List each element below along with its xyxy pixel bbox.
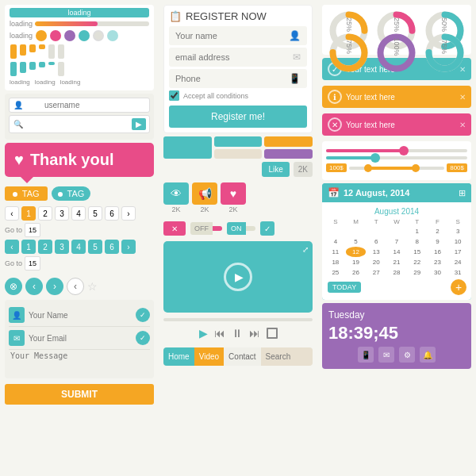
slider-2-thumb[interactable] [370, 153, 380, 163]
expand-icon[interactable]: ⤢ [302, 245, 309, 254]
page-btn-6[interactable]: 6 [105, 206, 119, 221]
rewind-btn[interactable]: ⏮ [214, 327, 225, 340]
cal-d13[interactable]: 13 [366, 247, 386, 257]
nav-contact-item[interactable]: Contact [224, 347, 260, 366]
play-button[interactable] [224, 263, 252, 291]
cal-d10[interactable]: 10 [447, 236, 468, 247]
cal-d9[interactable]: 9 [428, 236, 448, 247]
next-page-btn-2[interactable]: › [121, 240, 136, 254]
goto-input-2[interactable] [25, 256, 40, 271]
register-email-input[interactable] [175, 52, 293, 62]
accept-checkbox[interactable] [169, 90, 179, 101]
cal-d24[interactable]: 24 [447, 257, 468, 267]
username-input[interactable] [44, 101, 145, 109]
cal-d19[interactable]: 19 [346, 257, 367, 267]
page-btn-4[interactable]: 4 [71, 206, 86, 221]
toggle-x-btn[interactable]: ✕ [163, 221, 186, 236]
page-btn-t4[interactable]: 4 [71, 240, 86, 254]
page-btn-t6[interactable]: 6 [105, 240, 119, 254]
prev-page-btn[interactable]: ‹ [5, 206, 19, 221]
password-input[interactable] [27, 120, 128, 129]
page-btn-5[interactable]: 5 [88, 206, 102, 221]
nav-prev-btn[interactable]: ‹ [25, 278, 43, 295]
cal-d1[interactable]: 1 [407, 226, 428, 236]
calendar-grid-icon[interactable]: ⊞ [459, 188, 466, 198]
cal-d17[interactable]: 17 [447, 247, 468, 257]
page-btn-t2[interactable]: 2 [38, 240, 52, 254]
range-thumb-left[interactable] [364, 164, 372, 172]
clock-icon-3[interactable]: ⚙ [399, 347, 415, 363]
cal-d30[interactable]: 30 [428, 267, 448, 278]
cal-d16[interactable]: 16 [428, 247, 448, 257]
btn-purple-1[interactable] [264, 149, 313, 159]
slider-1-thumb[interactable] [399, 146, 409, 155]
cal-d8[interactable]: 8 [407, 236, 428, 247]
heart-icon-btn[interactable]: ♥ [221, 182, 246, 205]
toggle-check-btn[interactable]: ✓ [260, 221, 274, 236]
slider-1-track[interactable] [326, 149, 467, 152]
cal-d7[interactable]: 7 [386, 236, 407, 247]
cal-d18[interactable]: 18 [325, 257, 346, 267]
btn-teal-1[interactable] [214, 136, 263, 147]
forward-btn[interactable]: ⏭ [249, 327, 260, 340]
page-btn-t3[interactable]: 3 [55, 240, 69, 254]
cal-d28[interactable]: 28 [386, 267, 407, 278]
notif-2-close[interactable]: ✕ [459, 93, 466, 102]
register-name-input[interactable] [175, 31, 289, 40]
cal-d15[interactable]: 15 [407, 247, 428, 257]
toggle-on-btn[interactable]: ON [227, 222, 255, 235]
tag-orange[interactable]: TAG [5, 186, 48, 201]
nav-search-input[interactable] [266, 352, 313, 361]
cal-d23[interactable]: 23 [428, 257, 448, 267]
cal-d5[interactable]: 5 [346, 236, 367, 247]
range-track[interactable] [349, 167, 444, 170]
clock-icon-1[interactable]: 📱 [358, 347, 374, 363]
cal-d6[interactable]: 6 [366, 236, 386, 247]
cal-d14[interactable]: 14 [386, 247, 407, 257]
arrow-icon[interactable]: ▶ [132, 118, 146, 130]
submit-button[interactable]: SUBMIT [5, 384, 154, 405]
cal-d29[interactable]: 29 [407, 267, 428, 278]
nav-video-item[interactable]: Video [194, 347, 224, 366]
btn-orange-1[interactable] [264, 136, 313, 147]
stop-btn[interactable] [267, 328, 278, 339]
cal-d25[interactable]: 25 [325, 267, 346, 278]
notif-3-close[interactable]: ✕ [459, 121, 466, 129]
goto-input[interactable] [25, 223, 40, 237]
cal-d12[interactable]: 12 [346, 247, 367, 257]
cal-d26[interactable]: 26 [346, 267, 367, 278]
profile-email-input[interactable] [29, 334, 132, 343]
btn-teal-tall[interactable] [163, 136, 212, 159]
cal-d27[interactable]: 27 [366, 267, 386, 278]
cal-d31[interactable]: 31 [447, 267, 468, 278]
toggle-off-btn[interactable]: OFF [190, 222, 222, 235]
play-ctrl-btn[interactable]: ▶ [199, 327, 208, 340]
profile-name-input[interactable] [29, 311, 132, 320]
eye-icon-btn[interactable]: 👁 [163, 182, 189, 205]
btn-beige-1[interactable] [214, 149, 263, 159]
page-btn-3[interactable]: 3 [55, 206, 69, 221]
nav-home-item[interactable]: Home [163, 347, 194, 366]
cal-d20[interactable]: 20 [366, 257, 386, 267]
clock-icon-4[interactable]: 🔔 [420, 347, 436, 363]
cal-d2[interactable]: 2 [428, 226, 448, 236]
slider-2-track[interactable] [326, 156, 467, 159]
clock-icon-2[interactable]: ✉ [378, 347, 394, 363]
notif-1-close[interactable]: ✕ [459, 65, 466, 74]
profile-message-input[interactable] [9, 350, 150, 372]
cal-d22[interactable]: 22 [407, 257, 428, 267]
like-button[interactable]: Like [262, 162, 289, 177]
range-thumb-right[interactable] [412, 164, 420, 172]
thankyou-bubble[interactable]: ♥ Thank youl [5, 143, 154, 177]
star-icon[interactable]: ☆ [87, 280, 98, 293]
add-event-button[interactable]: + [451, 279, 466, 295]
cal-d3[interactable]: 3 [447, 226, 468, 236]
cal-d4[interactable]: 4 [325, 236, 346, 247]
page-btn-1[interactable]: 1 [21, 206, 36, 221]
register-phone-input[interactable] [175, 74, 289, 83]
next-page-btn[interactable]: › [121, 206, 136, 221]
page-btn-2[interactable]: 2 [38, 206, 52, 221]
page-btn-t5[interactable]: 5 [88, 240, 102, 254]
today-button[interactable]: TODAY [328, 282, 361, 293]
nav-back2-btn[interactable]: ‹ [67, 278, 84, 295]
